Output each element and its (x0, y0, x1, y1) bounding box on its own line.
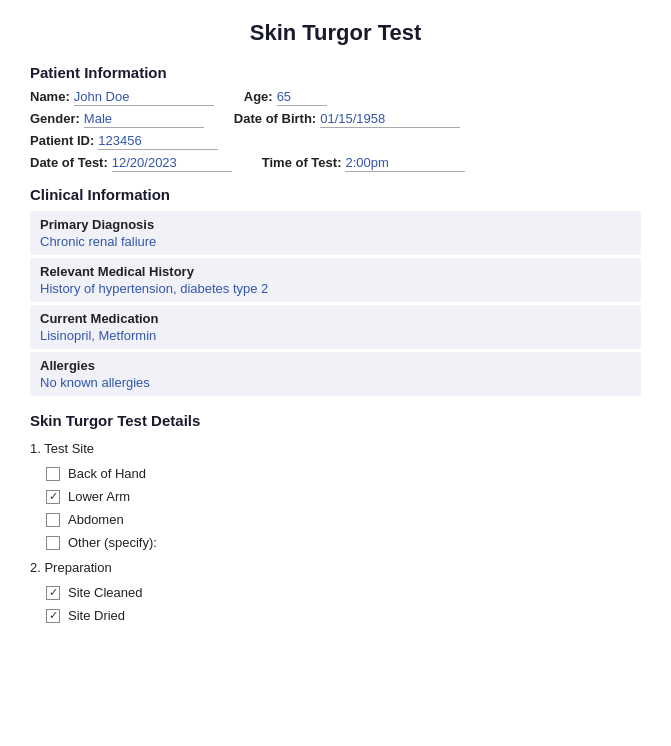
checkbox-box[interactable] (46, 467, 60, 481)
patient-row-gender-dob: Gender: Male Date of Birth: 01/15/1958 (30, 111, 641, 128)
checkbox-item[interactable]: Abdomen (46, 512, 641, 527)
patient-info-heading: Patient Information (30, 64, 641, 81)
name-value: John Doe (74, 89, 214, 106)
checkbox-label: Abdomen (68, 512, 124, 527)
date-of-test-value: 12/20/2023 (112, 155, 232, 172)
checkbox-box[interactable]: ✓ (46, 609, 60, 623)
patient-id-field: Patient ID: 123456 (30, 133, 218, 150)
clinical-row: Relevant Medical History History of hype… (30, 258, 641, 302)
clinical-row: Current Medication Lisinopril, Metformin (30, 305, 641, 349)
gender-label: Gender: (30, 111, 80, 126)
checkbox-box[interactable] (46, 513, 60, 527)
test-detail-item: 2. Preparation✓Site Cleaned✓Site Dried (30, 560, 641, 623)
patient-id-label: Patient ID: (30, 133, 94, 148)
checkbox-label: Lower Arm (68, 489, 130, 504)
clinical-rows-container: Primary Diagnosis Chronic renal faliure … (30, 211, 641, 396)
gender-value: Male (84, 111, 204, 128)
checkbox-group: Back of Hand✓Lower ArmAbdomenOther (spec… (46, 466, 641, 550)
checkbox-box[interactable]: ✓ (46, 586, 60, 600)
test-item-label: 1. Test Site (30, 441, 641, 456)
dob-value: 01/15/1958 (320, 111, 460, 128)
date-of-test-field: Date of Test: 12/20/2023 (30, 155, 232, 172)
dob-field: Date of Birth: 01/15/1958 (234, 111, 460, 128)
checkbox-item[interactable]: Back of Hand (46, 466, 641, 481)
clinical-row-value: No known allergies (40, 375, 631, 390)
test-details-section: Skin Turgor Test Details 1. Test SiteBac… (30, 412, 641, 623)
dob-label: Date of Birth: (234, 111, 316, 126)
clinical-row-value: Chronic renal faliure (40, 234, 631, 249)
clinical-information-section: Clinical Information Primary Diagnosis C… (30, 186, 641, 396)
age-field: Age: 65 (244, 89, 327, 106)
time-of-test-value: 2:00pm (345, 155, 465, 172)
checkbox-label: Back of Hand (68, 466, 146, 481)
clinical-row-value: Lisinopril, Metformin (40, 328, 631, 343)
test-details-heading: Skin Turgor Test Details (30, 412, 641, 429)
clinical-row-label: Current Medication (40, 311, 631, 326)
checkbox-item[interactable]: ✓Site Cleaned (46, 585, 641, 600)
clinical-info-heading: Clinical Information (30, 186, 641, 203)
time-of-test-label: Time of Test: (262, 155, 342, 170)
time-of-test-field: Time of Test: 2:00pm (262, 155, 466, 172)
date-of-test-label: Date of Test: (30, 155, 108, 170)
checkbox-label: Site Cleaned (68, 585, 142, 600)
patient-information-section: Patient Information Name: John Doe Age: … (30, 64, 641, 172)
checkbox-item[interactable]: ✓Lower Arm (46, 489, 641, 504)
clinical-row: Allergies No known allergies (30, 352, 641, 396)
patient-id-value: 123456 (98, 133, 218, 150)
checkbox-label: Other (specify): (68, 535, 157, 550)
test-items-container: 1. Test SiteBack of Hand✓Lower ArmAbdome… (30, 441, 641, 623)
clinical-row-label: Primary Diagnosis (40, 217, 631, 232)
test-detail-item: 1. Test SiteBack of Hand✓Lower ArmAbdome… (30, 441, 641, 550)
clinical-row-label: Allergies (40, 358, 631, 373)
clinical-row-label: Relevant Medical History (40, 264, 631, 279)
test-item-label: 2. Preparation (30, 560, 641, 575)
checkbox-box[interactable] (46, 536, 60, 550)
patient-row-id: Patient ID: 123456 (30, 133, 641, 150)
gender-field: Gender: Male (30, 111, 204, 128)
name-label: Name: (30, 89, 70, 104)
patient-row-dates: Date of Test: 12/20/2023 Time of Test: 2… (30, 155, 641, 172)
checkbox-group: ✓Site Cleaned✓Site Dried (46, 585, 641, 623)
patient-row-name-age: Name: John Doe Age: 65 (30, 89, 641, 106)
checkbox-box[interactable]: ✓ (46, 490, 60, 504)
checkbox-item[interactable]: ✓Site Dried (46, 608, 641, 623)
clinical-row: Primary Diagnosis Chronic renal faliure (30, 211, 641, 255)
name-field: Name: John Doe (30, 89, 214, 106)
page-title: Skin Turgor Test (30, 20, 641, 46)
clinical-row-value: History of hypertension, diabetes type 2 (40, 281, 631, 296)
checkbox-item[interactable]: Other (specify): (46, 535, 641, 550)
age-value: 65 (277, 89, 327, 106)
age-label: Age: (244, 89, 273, 104)
checkbox-label: Site Dried (68, 608, 125, 623)
